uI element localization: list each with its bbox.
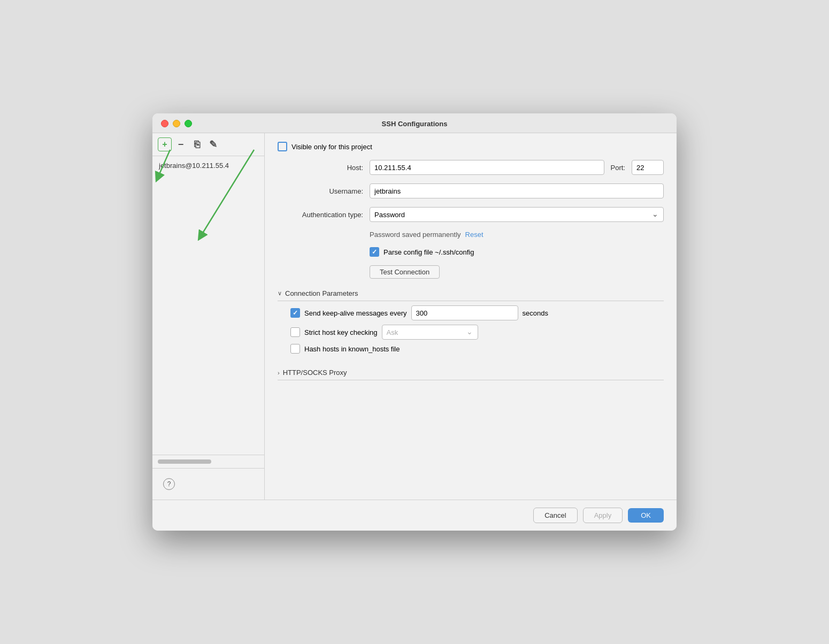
username-row: Username: bbox=[278, 183, 664, 198]
strict-host-row: Strict host key checking Ask Yes No bbox=[278, 325, 664, 340]
hash-hosts-checkbox[interactable] bbox=[290, 344, 300, 354]
connection-params-header[interactable]: ∨ Connection Parameters bbox=[278, 289, 664, 301]
test-connection-row: Test Connection bbox=[278, 265, 664, 279]
visible-only-checkbox[interactable] bbox=[278, 142, 287, 151]
keepalive-checkbox[interactable] bbox=[290, 308, 300, 318]
proxy-header[interactable]: › HTTP/SOCKS Proxy bbox=[278, 369, 664, 380]
auth-type-row: Authentication type: Password Key pair O… bbox=[278, 207, 664, 222]
username-label: Username: bbox=[278, 187, 363, 195]
main-content: + − ⎘ ✎ jetbrains@10.211.55.4 ? Visible … bbox=[152, 133, 677, 500]
remove-server-button[interactable]: − bbox=[174, 137, 188, 151]
chevron-right-icon: › bbox=[278, 370, 280, 376]
strict-host-dropdown-wrapper: Ask Yes No bbox=[382, 325, 478, 340]
visible-only-label: Visible only for this project bbox=[291, 143, 372, 151]
scrollbar-thumb[interactable] bbox=[158, 459, 211, 464]
connection-params-label: Connection Parameters bbox=[285, 289, 358, 297]
minimize-button[interactable] bbox=[173, 120, 180, 127]
strict-host-select[interactable]: Ask Yes No bbox=[382, 325, 478, 340]
project-visibility-row: Visible only for this project bbox=[278, 142, 664, 151]
parse-config-label: Parse config file ~/.ssh/config bbox=[383, 248, 474, 256]
auth-type-label: Authentication type: bbox=[278, 211, 363, 219]
hash-hosts-row: Hash hosts in known_hosts file bbox=[278, 344, 664, 354]
test-connection-button[interactable]: Test Connection bbox=[370, 265, 440, 279]
host-row: Host: Port: bbox=[278, 160, 664, 175]
keepalive-row: Send keep-alive messages every seconds bbox=[278, 305, 664, 320]
cancel-button[interactable]: Cancel bbox=[533, 508, 577, 523]
auth-type-select[interactable]: Password Key pair OpenSSH config and aut… bbox=[370, 207, 664, 222]
toolbar: + − ⎘ ✎ bbox=[152, 133, 264, 156]
host-input[interactable] bbox=[370, 160, 604, 175]
password-saved-row: Password saved permanently Reset bbox=[278, 231, 664, 239]
scrollbar-area[interactable] bbox=[152, 455, 264, 468]
apply-button[interactable]: Apply bbox=[583, 508, 623, 523]
bottom-bar: Cancel Apply OK bbox=[152, 500, 677, 531]
parse-config-row: Parse config file ~/.ssh/config bbox=[278, 247, 664, 257]
help-button[interactable]: ? bbox=[163, 478, 175, 490]
keepalive-input[interactable] bbox=[411, 305, 518, 320]
dialog-title: SSH Configurations bbox=[382, 120, 448, 128]
port-input[interactable] bbox=[632, 160, 664, 175]
add-server-button[interactable]: + bbox=[158, 137, 172, 151]
reset-link[interactable]: Reset bbox=[465, 231, 483, 239]
hash-hosts-label: Hash hosts in known_hosts file bbox=[304, 345, 400, 353]
auth-type-dropdown-wrapper: Password Key pair OpenSSH config and aut… bbox=[370, 207, 664, 222]
chevron-down-icon: ∨ bbox=[278, 290, 282, 297]
strict-host-checkbox[interactable] bbox=[290, 327, 300, 337]
port-label: Port: bbox=[611, 164, 625, 172]
server-list: jetbrains@10.211.55.4 bbox=[152, 156, 264, 455]
traffic-lights bbox=[161, 120, 192, 127]
keepalive-label: Send keep-alive messages every bbox=[304, 309, 407, 317]
connection-params-section: ∨ Connection Parameters Send keep-alive … bbox=[278, 289, 664, 358]
ok-button[interactable]: OK bbox=[628, 508, 664, 523]
strict-host-label: Strict host key checking bbox=[304, 328, 378, 336]
maximize-button[interactable] bbox=[185, 120, 192, 127]
left-panel: + − ⎘ ✎ jetbrains@10.211.55.4 ? bbox=[152, 133, 265, 500]
title-bar: SSH Configurations bbox=[152, 113, 677, 133]
copy-server-button[interactable]: ⎘ bbox=[190, 137, 204, 151]
parse-config-checkbox[interactable] bbox=[370, 247, 379, 257]
keepalive-unit: seconds bbox=[523, 309, 548, 317]
proxy-label: HTTP/SOCKS Proxy bbox=[283, 369, 347, 377]
right-panel: Visible only for this project Host: Port… bbox=[265, 133, 677, 500]
proxy-section: › HTTP/SOCKS Proxy bbox=[278, 369, 664, 385]
password-saved-text: Password saved permanently bbox=[370, 231, 461, 239]
edit-server-button[interactable]: ✎ bbox=[206, 137, 220, 151]
username-input[interactable] bbox=[370, 183, 664, 198]
server-list-item[interactable]: jetbrains@10.211.55.4 bbox=[152, 158, 264, 173]
close-button[interactable] bbox=[161, 120, 168, 127]
host-label: Host: bbox=[278, 164, 363, 172]
